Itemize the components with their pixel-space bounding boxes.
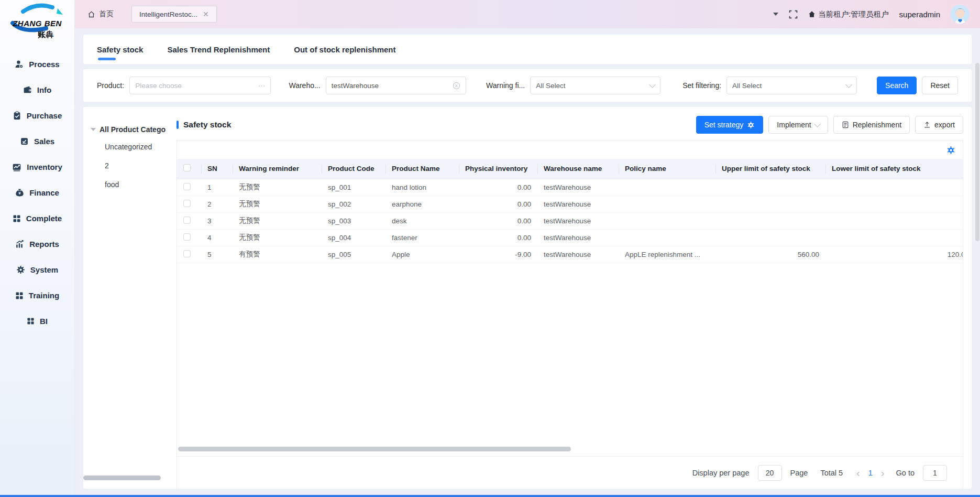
- tree-item-2[interactable]: 2: [91, 156, 177, 175]
- row-checkbox[interactable]: [183, 200, 191, 207]
- sidebar-item-inventory[interactable]: Inventory: [0, 154, 74, 180]
- filter-bar: Product: ··· Wareho... Warning fi... All…: [83, 69, 972, 102]
- table-row[interactable]: 5有预警sp_005 Apple-9.00testWarehouse AppLE…: [177, 246, 963, 263]
- grid-icon: [13, 214, 21, 223]
- table-toolbar: [177, 141, 963, 159]
- chevron-down-icon: [649, 81, 656, 88]
- table-row[interactable]: 3无预警sp_003 desk0.00testWarehouse: [177, 212, 963, 229]
- tree-item-uncategorized[interactable]: Uncategorized: [91, 137, 177, 156]
- avatar[interactable]: [951, 5, 970, 24]
- row-checkbox[interactable]: [183, 183, 191, 190]
- brand-logo: ZHANG BEN 账犇: [0, 0, 74, 44]
- clipboard-check-icon: [13, 111, 21, 120]
- tree-horizontal-scrollbar[interactable]: [83, 476, 161, 480]
- topbar: 首页 IntelligentRestoc... ✕ 当前租户:管理员租户 sup…: [75, 0, 980, 28]
- col-upper-limit: Upper limit of safety stock: [715, 159, 825, 179]
- set-filtering-select[interactable]: All Select: [726, 77, 857, 94]
- table-header-row: SN Warning reminder Product Code Product…: [177, 159, 963, 179]
- table-settings-gear-icon[interactable]: [946, 146, 955, 155]
- row-checkbox[interactable]: [183, 233, 191, 241]
- next-page-icon[interactable]: ›: [881, 468, 885, 478]
- close-icon[interactable]: ✕: [203, 10, 209, 18]
- implement-button[interactable]: Implement: [768, 116, 828, 134]
- row-checkbox[interactable]: [183, 217, 191, 224]
- tab-title: IntelligentRestoc...: [139, 10, 197, 18]
- sidebar-item-system[interactable]: System: [0, 257, 74, 283]
- sidebar-item-label: Inventory: [27, 163, 62, 171]
- sidebar-item-complete[interactable]: Complete: [0, 206, 74, 231]
- select-all-checkbox[interactable]: [183, 164, 191, 171]
- sidebar-item-label: System: [30, 265, 58, 274]
- ellipsis-icon[interactable]: ···: [258, 81, 265, 90]
- warehouse-input[interactable]: [332, 82, 448, 90]
- table-container: SN Warning reminder Product Code Product…: [177, 141, 963, 456]
- fullscreen-icon[interactable]: [789, 10, 798, 19]
- reset-button[interactable]: Reset: [922, 77, 958, 94]
- sidebar-item-purchase[interactable]: Purchase: [0, 103, 74, 128]
- sidebar-item-process[interactable]: Process: [0, 51, 74, 77]
- warehouse-select-input[interactable]: [326, 77, 466, 94]
- safety-stock-table: SN Warning reminder Product Code Product…: [177, 159, 963, 263]
- col-policy-name: Policy name: [619, 159, 715, 179]
- pagination-bar: Display per page Page Total 5 ‹ 1 › Go t…: [177, 456, 963, 489]
- current-tenant[interactable]: 当前租户:管理员租户: [808, 9, 889, 19]
- category-tree: All Product Catego Uncategorized 2 food: [83, 114, 177, 489]
- warning-filter-select[interactable]: All Select: [530, 77, 660, 94]
- tree-caret-icon[interactable]: [91, 128, 96, 131]
- page-size-input[interactable]: [758, 465, 782, 481]
- content-card: All Product Catego Uncategorized 2 food …: [83, 107, 972, 489]
- product-filter-label: Product:: [97, 81, 124, 90]
- chevron-down-icon[interactable]: [773, 13, 778, 16]
- grid-icon: [27, 317, 35, 325]
- panel-header: Safety stock Set strategy Implement Repl…: [177, 114, 963, 135]
- bar-chart-icon: [15, 240, 24, 248]
- goto-page-input[interactable]: [923, 465, 947, 481]
- sidebar: ZHANG BEN 账犇 Process Info Purchase Sales…: [0, 0, 75, 495]
- sidebar-item-finance[interactable]: ¥ Finance: [0, 180, 74, 206]
- panel-title-text: Safety stock: [183, 120, 231, 129]
- table-row[interactable]: 1无预警sp_001 hand lotion0.00testWarehouse: [177, 179, 963, 196]
- username[interactable]: superadmin: [899, 10, 940, 19]
- warehouse-filter-label: Wareho...: [289, 81, 320, 90]
- open-page-tab[interactable]: IntelligentRestoc... ✕: [131, 6, 217, 23]
- sidebar-item-training[interactable]: Training: [0, 283, 74, 308]
- export-icon: [923, 121, 931, 128]
- warning-filter-label: Warning fi...: [486, 81, 525, 90]
- search-button[interactable]: Search: [877, 77, 917, 94]
- display-per-page-label: Display per page: [692, 469, 750, 477]
- sidebar-item-bi[interactable]: BI: [0, 308, 74, 334]
- box-check-icon: [20, 137, 29, 146]
- home-filled-icon: [808, 10, 816, 18]
- current-page[interactable]: 1: [868, 469, 873, 477]
- breadcrumb-home[interactable]: 首页: [87, 9, 114, 19]
- sidebar-item-sales[interactable]: Sales: [0, 128, 74, 154]
- prev-page-icon[interactable]: ‹: [856, 468, 860, 478]
- sidebar-item-label: Training: [29, 291, 59, 300]
- product-input[interactable]: [135, 82, 254, 90]
- export-button[interactable]: export: [915, 116, 963, 134]
- tab-out-of-stock-replenishment[interactable]: Out of stock replenishment: [294, 36, 395, 63]
- chevron-down-icon: [845, 81, 852, 88]
- brand-name: ZHANG BEN: [3, 19, 71, 28]
- page-vertical-scrollbar[interactable]: [975, 63, 979, 241]
- implement-label: Implement: [777, 121, 811, 129]
- sidebar-item-label: Process: [29, 60, 59, 69]
- chart-box-icon: [12, 163, 21, 172]
- row-checkbox[interactable]: [183, 250, 191, 257]
- set-strategy-button[interactable]: Set strategy: [696, 116, 764, 134]
- table-row[interactable]: 4无预警sp_004 fastener0.00testWarehouse: [177, 229, 963, 246]
- tree-item-food[interactable]: food: [91, 175, 177, 194]
- tree-root-all-product-categories[interactable]: All Product Catego: [91, 122, 177, 137]
- sidebar-item-label: BI: [40, 317, 48, 326]
- replenishment-button[interactable]: Replenishment: [833, 116, 910, 134]
- tab-sales-trend-replenishment[interactable]: Sales Trend Replenishment: [167, 36, 270, 63]
- table-horizontal-scrollbar[interactable]: [178, 447, 571, 451]
- sidebar-item-reports[interactable]: Reports: [0, 231, 74, 257]
- clear-icon[interactable]: [453, 82, 460, 90]
- sidebar-item-info[interactable]: Info: [0, 77, 74, 103]
- table-row[interactable]: 2无预警sp_002 earphone0.00testWarehouse: [177, 196, 963, 212]
- total-count: Total 5: [820, 469, 843, 477]
- tab-safety-stock[interactable]: Safety stock: [97, 36, 143, 63]
- tenant-label: 当前租户:管理员租户: [818, 9, 889, 19]
- product-select-input[interactable]: ···: [129, 77, 271, 94]
